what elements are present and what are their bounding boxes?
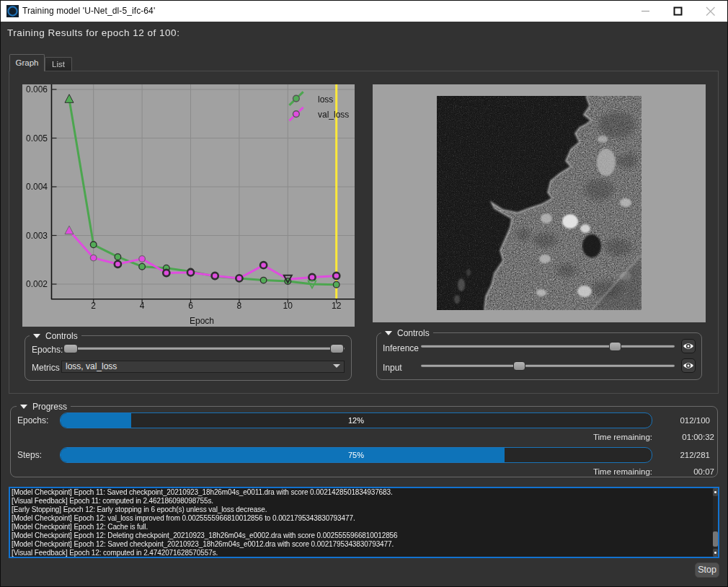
svg-text:12: 12 bbox=[332, 301, 342, 311]
svg-text:10: 10 bbox=[283, 301, 293, 311]
svg-text:0.002: 0.002 bbox=[26, 279, 48, 289]
svg-text:0.004: 0.004 bbox=[26, 182, 48, 192]
svg-text:8: 8 bbox=[237, 301, 242, 311]
svg-text:6: 6 bbox=[188, 301, 193, 311]
svg-text:loss: loss bbox=[318, 94, 333, 105]
svg-text:0.003: 0.003 bbox=[26, 231, 48, 241]
svg-text:0.005: 0.005 bbox=[26, 133, 48, 144]
svg-text:Epoch: Epoch bbox=[190, 316, 214, 326]
svg-text:2: 2 bbox=[91, 301, 96, 311]
svg-text:4: 4 bbox=[140, 301, 145, 311]
svg-text:0.006: 0.006 bbox=[26, 84, 48, 94]
svg-text:val_loss: val_loss bbox=[318, 110, 349, 120]
